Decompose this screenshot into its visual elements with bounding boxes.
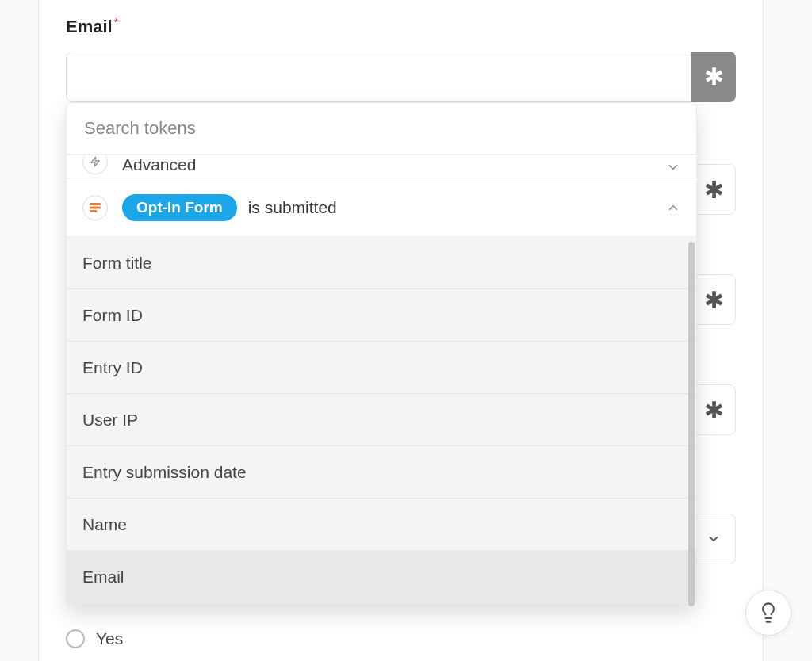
radio-label: Yes [96,629,123,648]
trigger-pill: Opt-In Form [122,194,237,221]
chevron-down-icon [666,160,680,174]
help-button[interactable] [745,590,791,636]
token-search-input[interactable] [82,117,680,139]
token-label: Entry submission date [82,463,247,482]
radio-circle[interactable] [66,629,85,648]
radio-option-yes[interactable]: Yes [66,629,123,648]
svg-rect-3 [90,210,97,212]
token-label: Form ID [82,306,143,325]
select-toggle-button[interactable] [691,514,736,564]
token-picker-button[interactable]: ✱ [691,384,736,435]
token-item-email[interactable]: Email [67,551,696,603]
category-advanced[interactable]: Advanced [67,155,696,178]
form-panel: Email* ✱ ✱ ✱ ✱ [38,0,764,661]
token-dropdown: Advanced Opt-In Form is submitted [66,102,697,604]
category-label: Advanced [122,155,196,174]
token-item-entry-id[interactable]: Entry ID [67,342,696,394]
token-item-entry-submission-date[interactable]: Entry submission date [67,446,696,499]
token-item-form-id[interactable]: Form ID [67,289,696,342]
token-item-user-ip[interactable]: User IP [67,394,696,446]
email-input-row: ✱ [66,52,736,102]
asterisk-icon: ✱ [704,65,724,89]
svg-marker-0 [91,157,100,166]
field-label-text: Email [66,17,113,36]
asterisk-icon: ✱ [704,286,724,314]
token-label: Email [82,567,124,586]
token-picker-button[interactable]: ✱ [691,164,736,215]
trigger-suffix: is submitted [248,198,337,217]
token-label: Name [82,515,127,534]
token-list: Form title Form ID Entry ID User IP Entr… [67,237,696,603]
token-item-form-title[interactable]: Form title [67,237,696,289]
svg-rect-1 [90,203,101,205]
token-dropdown-body: Advanced Opt-In Form is submitted [67,154,696,603]
svg-rect-2 [90,206,101,208]
bolt-icon [82,155,108,174]
asterisk-icon: ✱ [704,396,724,424]
category-trigger[interactable]: Opt-In Form is submitted [67,178,696,237]
token-label: Form title [82,254,152,273]
required-asterisk: * [114,16,118,29]
field-label-email: Email* [66,16,118,37]
chevron-down-icon [707,532,721,546]
token-label: User IP [82,411,138,430]
token-search-wrap [67,103,696,154]
token-item-name[interactable]: Name [67,499,696,551]
token-label: Entry ID [82,358,143,377]
token-picker-button-active[interactable]: ✱ [691,52,736,102]
wpforms-icon [82,195,108,220]
token-picker-button[interactable]: ✱ [691,274,736,325]
asterisk-icon: ✱ [704,176,724,204]
chevron-up-icon [666,201,680,215]
lightbulb-icon [757,602,779,624]
email-input[interactable] [66,52,691,102]
dropdown-scrollbar[interactable] [688,242,695,606]
